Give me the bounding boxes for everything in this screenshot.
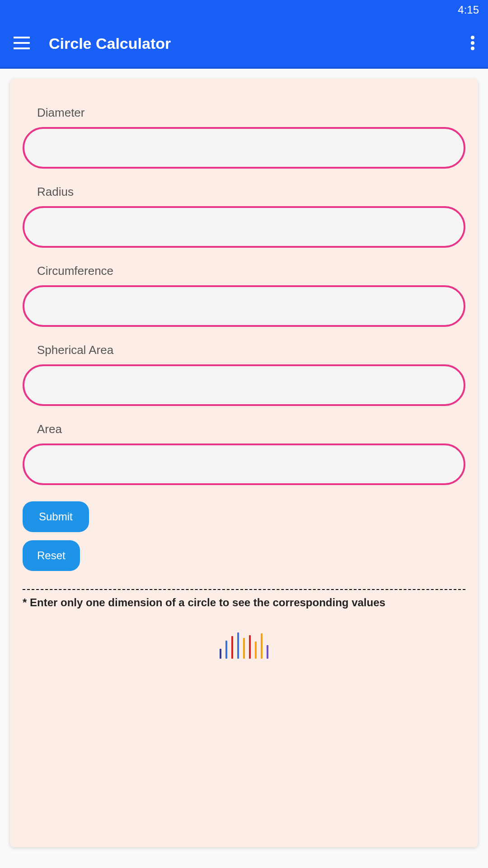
- svg-rect-0: [14, 37, 30, 38]
- logo-bar: [231, 636, 233, 659]
- app-title: Circle Calculator: [49, 35, 471, 52]
- divider: [23, 589, 465, 590]
- circumference-label: Circumference: [37, 264, 465, 278]
- radius-label: Radius: [37, 185, 465, 199]
- logo-bar: [220, 649, 221, 659]
- status-time: 4:15: [458, 4, 479, 16]
- area-input[interactable]: [23, 443, 465, 485]
- field-radius: Radius: [23, 185, 465, 248]
- submit-button[interactable]: Submit: [23, 501, 89, 532]
- card: Diameter Radius Circumference Spherical …: [10, 79, 478, 847]
- field-spherical-area: Spherical Area: [23, 343, 465, 406]
- svg-rect-1: [14, 42, 30, 44]
- logo-bar: [225, 641, 227, 659]
- circumference-input[interactable]: [23, 285, 465, 327]
- logo-bar: [237, 632, 239, 659]
- menu-icon[interactable]: [14, 37, 30, 51]
- more-vert-icon[interactable]: [471, 36, 474, 52]
- area-label: Area: [37, 422, 465, 436]
- content: Diameter Radius Circumference Spherical …: [0, 69, 488, 857]
- logo-bar: [243, 638, 245, 659]
- svg-point-4: [471, 41, 474, 45]
- diameter-input[interactable]: [23, 127, 465, 169]
- logo-bar: [267, 645, 268, 659]
- spherical-area-label: Spherical Area: [37, 343, 465, 357]
- field-area: Area: [23, 422, 465, 485]
- logo: [23, 632, 465, 659]
- logo-bar: [261, 633, 263, 659]
- svg-point-3: [471, 36, 474, 39]
- svg-rect-2: [14, 47, 30, 49]
- logo-bar: [249, 635, 251, 659]
- radius-input[interactable]: [23, 206, 465, 248]
- app-bar: Circle Calculator: [0, 20, 488, 69]
- field-circumference: Circumference: [23, 264, 465, 327]
- spherical-area-input[interactable]: [23, 364, 465, 406]
- hint-text: * Enter only one dimension of a circle t…: [23, 596, 465, 609]
- svg-point-5: [471, 47, 474, 50]
- status-bar: 4:15: [0, 0, 488, 20]
- diameter-label: Diameter: [37, 106, 465, 120]
- field-diameter: Diameter: [23, 106, 465, 169]
- logo-bar: [255, 642, 257, 659]
- reset-button[interactable]: Reset: [23, 540, 80, 571]
